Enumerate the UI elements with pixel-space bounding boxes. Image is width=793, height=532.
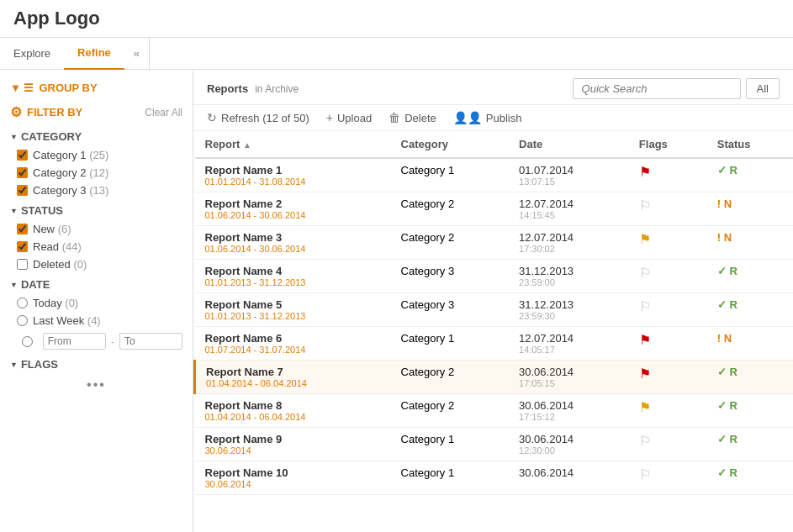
status-read-checkbox[interactable] (17, 241, 28, 252)
table-row[interactable]: Report Name 9 30.06.2014Category 130.06.… (195, 428, 794, 461)
group-by-header[interactable]: ▼ ☰ GROUP BY (0, 76, 193, 99)
flag-red-icon[interactable]: ⚑ (639, 165, 651, 179)
status-read[interactable]: Read (44) (0, 238, 193, 255)
flag-white-icon[interactable]: ⚐ (639, 299, 651, 313)
cell-report-1: Report Name 1 01.01.2014 - 31.08.2014 (195, 158, 391, 192)
nav-refine[interactable]: Refine (64, 38, 124, 70)
date-last-week[interactable]: Last Week (4) (0, 312, 193, 329)
cell-flag-4[interactable]: ⚐ (629, 260, 707, 293)
status-new[interactable]: New (6) (0, 220, 193, 238)
flag-white-icon[interactable]: ⚐ (639, 434, 651, 448)
category-1-checkbox[interactable] (17, 150, 28, 161)
date-from-input[interactable] (43, 333, 106, 350)
publish-button[interactable]: 👤👤 Publish (453, 111, 522, 124)
col-category[interactable]: Category (391, 131, 509, 158)
cell-category-2: Category 2 (391, 192, 509, 226)
date-time: 23:59:30 (519, 311, 619, 321)
flag-white-icon[interactable]: ⚐ (639, 198, 651, 213)
reports-title: Reports (207, 82, 248, 95)
table-row[interactable]: Report Name 2 01.06.2014 - 30.06.2014Cat… (195, 192, 794, 226)
table-container: Report ▲ Category Date Flags Status Repo… (193, 131, 793, 532)
table-row[interactable]: Report Name 4 01.01.2013 - 31.12.2013Cat… (195, 260, 794, 293)
table-row[interactable]: Report Name 5 01.01.2013 - 31.12.2013Cat… (195, 293, 794, 327)
report-date-range: 01.04.2014 - 06.04.2014 (205, 412, 381, 422)
report-date-range: 01.01.2013 - 31.12.2013 (205, 277, 381, 287)
all-button[interactable]: All (746, 78, 780, 99)
report-name[interactable]: Report Name 8 (205, 399, 381, 412)
category-item-3[interactable]: Category 3 (13) (0, 182, 193, 199)
date-to-input[interactable] (119, 333, 182, 350)
flag-white-icon[interactable]: ⚐ (639, 266, 651, 280)
search-input[interactable] (573, 78, 741, 99)
col-report[interactable]: Report ▲ (195, 131, 391, 158)
flag-yellow-icon[interactable]: ⚑ (639, 232, 651, 246)
table-row[interactable]: Report Name 3 01.06.2014 - 30.06.2014Cat… (195, 226, 794, 260)
cell-flag-2[interactable]: ⚐ (629, 192, 707, 226)
table-row[interactable]: Report Name 1 01.01.2014 - 31.08.2014Cat… (195, 158, 794, 192)
date-range-radio[interactable] (17, 336, 38, 347)
flag-white-icon[interactable]: ⚐ (639, 467, 651, 482)
category-item-2[interactable]: Category 2 (12) (0, 164, 193, 182)
report-name[interactable]: Report Name 1 (205, 164, 381, 176)
report-name[interactable]: Report Name 6 (205, 332, 381, 345)
table-body: Report Name 1 01.01.2014 - 31.08.2014Cat… (195, 158, 794, 495)
clear-all-button[interactable]: Clear All (145, 107, 182, 119)
cell-flag-3[interactable]: ⚑ (629, 226, 707, 260)
report-name[interactable]: Report Name 10 (205, 466, 381, 479)
flags-section[interactable]: ▼ FLAGS (0, 353, 193, 374)
report-name[interactable]: Report Name 3 (205, 231, 381, 244)
table-row[interactable]: Report Name 6 01.07.2014 - 31.07.2014Cat… (195, 327, 794, 361)
flag-red-icon[interactable]: ⚑ (639, 366, 651, 381)
publish-icon: 👤👤 (453, 111, 482, 124)
cell-flag-1[interactable]: ⚑ (629, 158, 707, 192)
table-row[interactable]: Report Name 7 01.04.2014 - 06.04.2014Cat… (195, 361, 794, 394)
category-2-checkbox[interactable] (17, 167, 28, 178)
status-warn-icon: ! N (717, 231, 732, 244)
cell-flag-5[interactable]: ⚐ (629, 293, 707, 327)
cell-category-10: Category 1 (391, 461, 509, 495)
refresh-button[interactable]: ↻ Refresh (12 of 50) (207, 111, 309, 124)
col-status[interactable]: Status (707, 131, 793, 158)
date-main: 31.12.2013 (519, 298, 619, 311)
content-header: Reports in Archive All (193, 70, 793, 105)
category-item-1[interactable]: Category 1 (25) (0, 146, 193, 164)
category-3-checkbox[interactable] (17, 185, 28, 196)
table-row[interactable]: Report Name 10 30.06.2014Category 130.06… (195, 461, 794, 495)
status-section[interactable]: ▼ STATUS (0, 199, 193, 220)
cell-flag-6[interactable]: ⚑ (629, 327, 707, 361)
upload-button[interactable]: + Upload (326, 111, 372, 124)
flags-more[interactable]: ••• (0, 374, 193, 396)
reports-table: Report ▲ Category Date Flags Status Repo… (193, 131, 793, 495)
status-deleted-checkbox[interactable] (17, 259, 28, 270)
status-deleted[interactable]: Deleted (0) (0, 255, 193, 273)
cell-status-4: ✓ R (707, 260, 793, 293)
table-row[interactable]: Report Name 8 01.04.2014 - 06.04.2014Cat… (195, 394, 794, 428)
cell-flag-8[interactable]: ⚑ (629, 394, 707, 428)
cell-flag-9[interactable]: ⚐ (629, 428, 707, 461)
filter-by-title[interactable]: ⚙ FILTER BY (10, 104, 82, 120)
report-name[interactable]: Report Name 4 (205, 265, 381, 277)
date-section[interactable]: ▼ DATE (0, 273, 193, 294)
date-main: 30.06.2014 (519, 366, 619, 378)
delete-button[interactable]: 🗑 Delete (389, 111, 436, 124)
nav-collapse-button[interactable]: « (124, 38, 150, 70)
cell-flag-7[interactable]: ⚑ (629, 361, 707, 394)
flag-yellow-icon[interactable]: ⚑ (639, 400, 651, 414)
nav-explore[interactable]: Explore (0, 38, 64, 70)
status-new-checkbox[interactable] (17, 224, 28, 234)
status-check-icon: ✓ R (717, 265, 737, 277)
category-section[interactable]: ▼ CATEGORY (0, 125, 193, 146)
date-time: 14:15:45 (519, 210, 619, 220)
report-name[interactable]: Report Name 5 (205, 298, 381, 311)
date-last-week-radio[interactable] (17, 315, 28, 326)
cell-flag-10[interactable]: ⚐ (629, 461, 707, 495)
flag-red-icon[interactable]: ⚑ (639, 333, 651, 347)
report-name[interactable]: Report Name 2 (205, 198, 381, 210)
report-name[interactable]: Report Name 9 (205, 433, 381, 445)
report-name[interactable]: Report Name 7 (206, 366, 381, 378)
date-today-radio[interactable] (17, 298, 28, 308)
date-today[interactable]: Today (0) (0, 294, 193, 312)
col-flags[interactable]: Flags (629, 131, 707, 158)
col-date[interactable]: Date (509, 131, 629, 158)
cell-report-5: Report Name 5 01.01.2013 - 31.12.2013 (195, 293, 391, 327)
